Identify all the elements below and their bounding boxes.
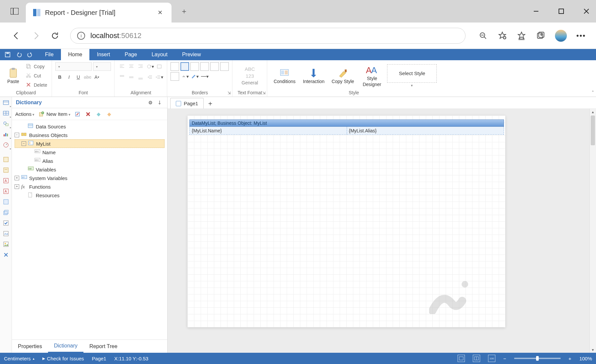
tool-panel-icon[interactable]: [2, 198, 10, 206]
collapse-icon[interactable]: −: [15, 133, 19, 137]
tool-text2-icon[interactable]: [2, 166, 10, 174]
forward-button[interactable]: [29, 29, 42, 42]
scroll-thumb[interactable]: [591, 115, 595, 145]
tree-node-alias[interactable]: abc Alias: [15, 157, 165, 165]
menu-tab-preview[interactable]: Preview: [175, 49, 208, 60]
border-top-button[interactable]: [190, 62, 199, 71]
border-style-button[interactable]: ▾: [200, 72, 209, 81]
tab-close-button[interactable]: ✕: [155, 8, 165, 18]
menu-tab-layout[interactable]: Layout: [144, 49, 175, 60]
border-outer-button[interactable]: [171, 72, 179, 81]
valign-mid-button[interactable]: [127, 73, 136, 81]
tree-node-data-sources[interactable]: Data Sources: [15, 122, 165, 131]
status-units[interactable]: Centimeters ▴: [4, 356, 34, 361]
wrap-button[interactable]: [155, 62, 164, 71]
zoom-out-icon[interactable]: [478, 31, 488, 41]
expand-icon[interactable]: +: [15, 184, 19, 189]
tool-gauge-icon[interactable]: [2, 141, 10, 149]
expand-icon[interactable]: +: [15, 176, 19, 180]
font-family-combo[interactable]: [55, 62, 92, 71]
copy-button[interactable]: Copy: [25, 62, 48, 71]
favorite-add-icon[interactable]: [497, 31, 507, 41]
style-designer-button[interactable]: AA Style Designer: [358, 62, 386, 89]
copy-style-button[interactable]: Copy Style: [329, 62, 357, 89]
italic-button[interactable]: I: [65, 73, 73, 81]
canvas-viewport[interactable]: DataMyList; Business Object: MyList {MyL…: [168, 109, 596, 353]
border-right-button[interactable]: [210, 62, 219, 71]
zoom-thumb[interactable]: [536, 356, 539, 361]
view-mode3-icon[interactable]: 100: [488, 355, 495, 362]
edit-icon[interactable]: [74, 111, 81, 118]
indent-inc-button[interactable]: ▾: [155, 73, 164, 81]
font-size-combo[interactable]: [93, 62, 111, 71]
valign-bot-button[interactable]: [136, 73, 145, 81]
rotate-button[interactable]: ▾: [146, 62, 154, 71]
collections-icon[interactable]: [536, 31, 546, 41]
add-page-button[interactable]: ＋: [205, 98, 216, 109]
view-mode2-icon[interactable]: [473, 355, 480, 362]
data-band[interactable]: DataMyList; Business Object: MyList {MyL…: [189, 119, 504, 135]
border-all-button[interactable]: [171, 62, 179, 71]
textformat-launcher-icon[interactable]: ⇲: [262, 91, 266, 95]
font-color-button[interactable]: A▾: [92, 73, 101, 81]
report-page[interactable]: DataMyList; Business Object: MyList {MyL…: [187, 115, 505, 327]
panel-pin-icon[interactable]: [156, 99, 163, 106]
window-close-button[interactable]: [581, 6, 592, 17]
page-tab-page1[interactable]: Page1: [170, 98, 204, 109]
tree-node-mylist[interactable]: − MyList: [15, 139, 165, 148]
browser-tab[interactable]: Report - Designer [Trial] ✕: [26, 3, 172, 23]
move-down-icon[interactable]: ◆: [106, 111, 113, 118]
tab-actions-icon[interactable]: [7, 4, 22, 19]
refresh-button[interactable]: [48, 29, 62, 42]
status-check-issues[interactable]: ▶ Check for Issues: [42, 356, 84, 361]
tool-settings-icon[interactable]: [2, 250, 10, 259]
profile-avatar[interactable]: [555, 30, 567, 42]
tool-band-icon[interactable]: [2, 98, 10, 107]
indent-dec-button[interactable]: [146, 73, 154, 81]
panel-tab-properties[interactable]: Properties: [12, 340, 48, 353]
tree-node-business-objects[interactable]: − Business Objects: [15, 131, 165, 139]
view-mode1-icon[interactable]: [458, 355, 465, 362]
tool-checkbox-icon[interactable]: [2, 219, 10, 227]
bold-button[interactable]: B: [55, 73, 64, 81]
conditions-button[interactable]: Conditions: [271, 62, 298, 89]
tree-node-functions[interactable]: + fx Functions: [15, 182, 165, 191]
cut-button[interactable]: Cut: [25, 71, 48, 80]
menu-tab-file[interactable]: File: [38, 49, 61, 60]
actions-menu[interactable]: Actions: [15, 111, 34, 117]
tool-text-icon[interactable]: [2, 155, 10, 164]
align-right-button[interactable]: [136, 62, 145, 71]
align-left-button[interactable]: [118, 62, 126, 71]
menu-tab-home[interactable]: Home: [61, 49, 90, 60]
panel-settings-icon[interactable]: ⚙: [147, 99, 154, 106]
tree-node-system-variables[interactable]: + x= System Variables: [15, 174, 165, 182]
border-bottom-button[interactable]: [220, 62, 229, 71]
align-center-button[interactable]: [127, 62, 136, 71]
select-style-box[interactable]: Select Style: [387, 64, 437, 83]
fill-color-button[interactable]: ▾: [180, 72, 189, 81]
undo-icon[interactable]: [15, 50, 23, 59]
back-button[interactable]: [10, 29, 23, 42]
delete-button[interactable]: Delete: [25, 81, 48, 89]
underline-button[interactable]: U: [74, 73, 82, 81]
ribbon-collapse-icon[interactable]: ˄: [592, 90, 594, 95]
interaction-button[interactable]: Interaction: [300, 62, 327, 89]
tool-shape-icon[interactable]: [2, 119, 10, 128]
move-up-icon[interactable]: ◆: [95, 111, 102, 118]
vertical-scrollbar[interactable]: ▲ ▼: [589, 109, 596, 353]
valign-top-button[interactable]: [118, 73, 126, 81]
tool-clone-icon[interactable]: [2, 208, 10, 217]
tool-richtext-icon[interactable]: A: [2, 176, 10, 185]
zoom-out-button[interactable]: −: [503, 356, 506, 361]
border-left-button[interactable]: [200, 62, 209, 71]
scroll-up-icon[interactable]: ▲: [590, 109, 596, 115]
address-bar[interactable]: i localhost:50612: [70, 28, 466, 44]
panel-tab-dictionary[interactable]: Dictionary: [48, 340, 83, 353]
tool-crosstab-icon[interactable]: [2, 109, 10, 117]
cell-mylist-alias[interactable]: {MyList.Alias}: [347, 127, 504, 134]
data-band-header[interactable]: DataMyList; Business Object: MyList: [189, 119, 504, 127]
zoom-in-button[interactable]: +: [569, 356, 571, 361]
save-icon[interactable]: [3, 50, 12, 59]
browser-menu-button[interactable]: •••: [576, 31, 586, 41]
redo-icon[interactable]: [26, 50, 34, 59]
